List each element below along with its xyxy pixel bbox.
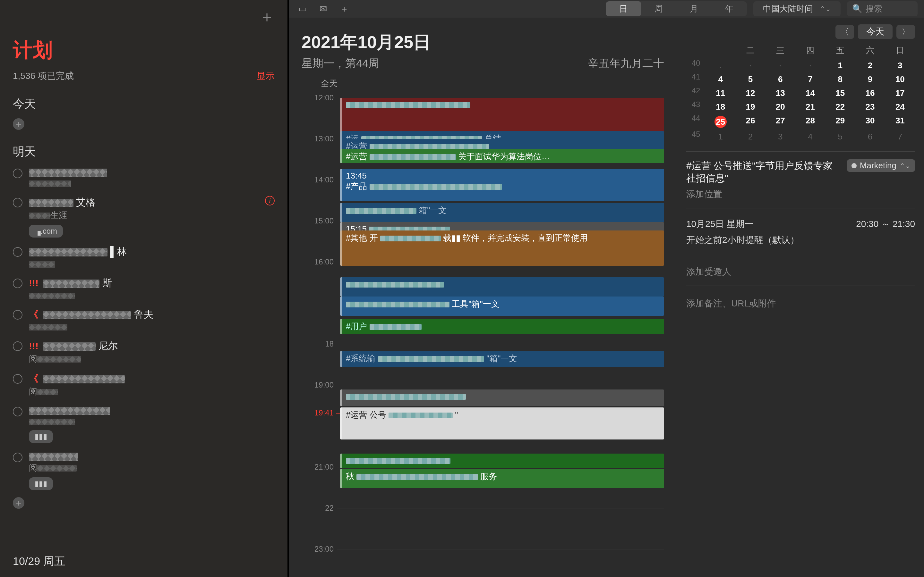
mini-day[interactable]: 24: [885, 100, 915, 114]
event-date[interactable]: 10月25日 星期一: [686, 218, 754, 230]
todo-checkbox[interactable]: [13, 453, 23, 462]
mini-day[interactable]: 1: [825, 59, 855, 73]
mini-day[interactable]: 6: [855, 130, 885, 143]
todo-checkbox[interactable]: [13, 342, 23, 351]
todo-tag[interactable]: ▮▮▮: [29, 430, 53, 443]
mini-day[interactable]: 23: [855, 100, 885, 114]
mini-day[interactable]: 25: [706, 114, 735, 130]
allday-row[interactable]: 全天: [302, 74, 664, 93]
mini-day[interactable]: 30: [855, 114, 885, 130]
view-month[interactable]: 月: [676, 1, 712, 16]
event-title[interactable]: #运营 公号推送"字节用户反馈专家社招信息": [686, 159, 842, 184]
todo-checkbox[interactable]: [13, 374, 23, 384]
todo-item[interactable]: !!! 尼尔 阅: [0, 335, 288, 368]
mini-day[interactable]: 29: [825, 114, 855, 130]
calendar-event[interactable]: [340, 98, 664, 133]
mini-day[interactable]: 14: [795, 86, 825, 100]
info-icon[interactable]: i: [265, 196, 275, 205]
next-button[interactable]: 〉: [897, 25, 915, 39]
add-notes-field[interactable]: 添加备注、URL或附件: [686, 298, 915, 309]
mini-calendar[interactable]: 一二三四五六日40.···123414567891042111213141516…: [686, 45, 915, 143]
mini-day[interactable]: 17: [885, 86, 915, 100]
mini-day[interactable]: 3: [766, 130, 795, 143]
mini-day[interactable]: 2: [855, 59, 885, 73]
mini-day[interactable]: 28: [795, 114, 825, 130]
mini-day[interactable]: 1: [706, 130, 735, 143]
add-today-button[interactable]: ＋: [13, 118, 24, 130]
calendar-event[interactable]: #运营 关于面试华为算法岗位…: [340, 149, 664, 163]
mini-day[interactable]: 12: [735, 86, 765, 100]
mini-day[interactable]: 16: [855, 86, 885, 100]
todo-tag[interactable]: ▮▮▮: [29, 477, 53, 490]
todo-checkbox[interactable]: [13, 407, 23, 416]
mini-day[interactable]: 27: [766, 114, 795, 130]
todo-checkbox[interactable]: [13, 279, 23, 288]
mini-day[interactable]: 26: [735, 114, 765, 130]
todo-checkbox[interactable]: [13, 310, 23, 319]
view-week[interactable]: 周: [641, 1, 676, 16]
mini-day[interactable]: 19: [735, 100, 765, 114]
calendar-event[interactable]: 工具"箱"一文: [340, 297, 664, 316]
view-year[interactable]: 年: [712, 1, 747, 16]
timeline[interactable]: 12:0013:0014:0015:0016:0019:0021:0023:00…: [302, 95, 664, 577]
event-calendar-select[interactable]: Marketing ⌃⌄: [847, 159, 915, 172]
inbox-icon[interactable]: ✉: [317, 3, 330, 14]
calendar-event[interactable]: [340, 390, 664, 406]
calendar-event[interactable]: #运营 公号 ": [340, 408, 664, 440]
todo-item[interactable]: 《 鲁夫: [0, 304, 288, 335]
mini-day[interactable]: ·: [766, 59, 795, 73]
calendar-event[interactable]: #用户: [340, 319, 664, 334]
mini-day[interactable]: 15: [825, 86, 855, 100]
calendar-event[interactable]: #运营: [340, 139, 664, 150]
mini-day[interactable]: 18: [706, 100, 735, 114]
mini-day[interactable]: 3: [885, 59, 915, 73]
mini-day[interactable]: 2: [735, 130, 765, 143]
calendar-event[interactable]: [340, 277, 664, 297]
mini-day[interactable]: 22: [825, 100, 855, 114]
mini-day[interactable]: 4: [795, 130, 825, 143]
mini-day[interactable]: 13: [766, 86, 795, 100]
mini-day[interactable]: 9: [855, 73, 885, 86]
calendar-event[interactable]: #其他 开 载▮▮ 软件，并完成安装，直到正常使用: [340, 230, 664, 266]
todo-item[interactable]: ▌林: [0, 242, 288, 273]
event-alert[interactable]: 开始之前2小时提醒（默认）: [686, 234, 915, 246]
add-invitee-field[interactable]: 添加受邀人: [686, 266, 915, 278]
mini-day[interactable]: 4: [706, 73, 735, 86]
todo-item[interactable]: 《 阅: [0, 368, 288, 401]
mini-day[interactable]: .: [706, 59, 735, 73]
todo-item[interactable]: 阅 ▮▮▮: [0, 447, 288, 494]
mini-day[interactable]: 11: [706, 86, 735, 100]
mini-day[interactable]: ·: [735, 59, 765, 73]
timezone-select[interactable]: 中国大陆时间 ⌃⌄: [753, 1, 841, 16]
add-location-field[interactable]: 添加位置: [686, 188, 915, 200]
show-completed-button[interactable]: 显示: [257, 70, 275, 82]
mini-day[interactable]: 10: [885, 73, 915, 86]
mini-day[interactable]: 7: [885, 130, 915, 143]
mini-day[interactable]: 7: [795, 73, 825, 86]
mini-day[interactable]: 5: [825, 130, 855, 143]
mini-day[interactable]: 21: [795, 100, 825, 114]
add-reminder-button[interactable]: ＋: [259, 6, 275, 27]
add-tomorrow-button[interactable]: ＋: [13, 497, 24, 509]
mini-day[interactable]: 5: [735, 73, 765, 86]
todo-checkbox[interactable]: [13, 247, 23, 257]
todo-item[interactable]: !!! 斯: [0, 273, 288, 304]
todo-item[interactable]: ▮▮▮: [0, 401, 288, 447]
view-day[interactable]: 日: [606, 1, 641, 16]
mini-day[interactable]: 20: [766, 100, 795, 114]
calendar-event[interactable]: 箱"一文: [340, 203, 664, 222]
todo-checkbox[interactable]: [13, 169, 23, 178]
search-input[interactable]: 🔍 搜索: [847, 1, 918, 16]
calendar-icon[interactable]: ▭: [295, 3, 310, 14]
todo-item[interactable]: [0, 163, 288, 192]
mini-day[interactable]: 8: [825, 73, 855, 86]
mini-day[interactable]: 31: [885, 114, 915, 130]
todo-checkbox[interactable]: [13, 198, 23, 207]
todo-tag[interactable]: ▗.com: [29, 225, 63, 237]
calendar-event[interactable]: 13:45#产品: [340, 169, 664, 201]
today-button[interactable]: 今天: [858, 24, 893, 39]
new-event-button[interactable]: ＋: [336, 3, 352, 15]
calendar-event[interactable]: [340, 454, 664, 468]
event-time[interactable]: 20:30 ～ 21:30: [856, 218, 915, 230]
calendar-event[interactable]: #系统输 "箱"一文: [340, 351, 664, 367]
